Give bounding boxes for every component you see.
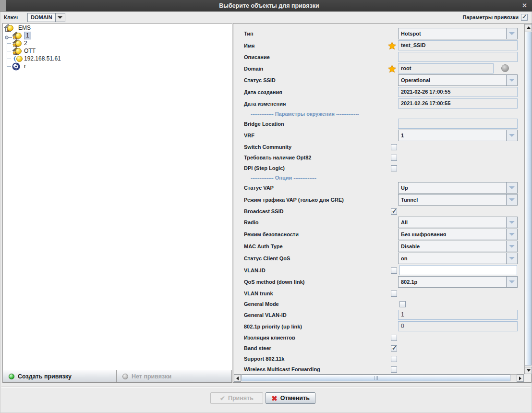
form-row-vap-traffic-mode: Режим трафика VAP (только для GRE)Tunnel xyxy=(234,194,524,206)
dialog-window: Выберите объекты для привязки ✕ Ключ DOM… xyxy=(0,0,532,413)
client-qos-status-dropdown[interactable]: on xyxy=(398,253,518,264)
form-row-band-steer: Band steer✓ xyxy=(234,343,524,353)
require-opt82-checkbox-box[interactable] xyxy=(391,155,397,161)
modified-date-field[interactable]: 2021-02-26 17:00:55 xyxy=(398,98,518,109)
chevron-down-icon[interactable] xyxy=(506,217,517,228)
vap-traffic-mode-dropdown[interactable]: Tunnel xyxy=(398,194,518,206)
wireless-multicast-forwarding-checkbox-box[interactable] xyxy=(391,366,397,373)
scroll-up-icon[interactable] xyxy=(525,24,532,31)
general-mode-checkbox[interactable] xyxy=(399,301,406,307)
require-opt82-checkbox[interactable] xyxy=(391,155,397,161)
dropdown-value: Без шифрования xyxy=(399,229,506,240)
close-icon[interactable]: ✕ xyxy=(522,0,527,12)
bridge-location-field[interactable] xyxy=(398,119,518,129)
band-steer-checkbox-box[interactable]: ✓ xyxy=(391,345,397,352)
tree-item-ems[interactable]: EMS xyxy=(3,24,232,32)
form-row-client-qos-status: Статус Client QoSon xyxy=(234,253,524,265)
switch-community-checkbox-box[interactable] xyxy=(391,144,397,150)
accept-button[interactable]: ✔ Принять xyxy=(210,392,263,404)
form-row-vrf: VRF1 xyxy=(234,130,524,142)
sphere-icon[interactable] xyxy=(501,64,509,72)
qos-method-down-link-dropdown[interactable]: 802.1p xyxy=(398,276,518,288)
form-row-client-isolation: Изоляция клиентов xyxy=(234,332,524,343)
domain-ball-icon xyxy=(16,56,23,62)
horizontal-scrollbar[interactable] xyxy=(234,374,524,381)
wireless-multicast-forwarding-checkbox[interactable] xyxy=(391,366,397,373)
chevron-down-icon[interactable] xyxy=(506,194,517,205)
chevron-down-icon[interactable] xyxy=(506,229,517,240)
client-isolation-checkbox[interactable] xyxy=(391,335,397,341)
gray-dot-icon xyxy=(122,374,128,379)
vlan-id-input[interactable] xyxy=(399,265,517,275)
cancel-button[interactable]: ✖ Отменить xyxy=(266,392,315,404)
create-binding-button[interactable]: Создать привязку xyxy=(3,370,117,382)
scroll-left-icon[interactable] xyxy=(234,375,241,382)
dpi-step-logic-checkbox-box[interactable] xyxy=(391,165,397,171)
tree-item-label[interactable]: r xyxy=(24,62,26,70)
chevron-down-icon[interactable] xyxy=(506,28,517,39)
support-80211k-checkbox-box[interactable] xyxy=(391,356,397,362)
toolbar: Ключ DOMAIN Параметры привязки ✓ xyxy=(0,12,532,23)
broadcast-ssid-checkbox-box[interactable]: ✓ xyxy=(391,208,397,215)
object-tree-panel: EMS12OTT192.168.51.61r Создать привязкуН… xyxy=(2,23,232,383)
scroll-down-icon[interactable] xyxy=(525,367,532,374)
tree-item-ott[interactable]: OTT xyxy=(3,47,232,55)
broadcast-ssid-checkbox[interactable]: ✓ xyxy=(391,208,397,215)
form-row-vap-status: Статус VAPUp xyxy=(234,182,524,194)
domain-ball-icon xyxy=(7,25,13,31)
chevron-down-icon[interactable] xyxy=(506,241,517,252)
chevron-down-icon[interactable] xyxy=(506,277,517,287)
domain-field[interactable]: root xyxy=(398,63,494,73)
binding-params-checkbox[interactable]: ✓ xyxy=(521,14,528,21)
domain-dropdown[interactable]: DOMAIN xyxy=(27,13,65,22)
tree-item-192-168-51-61[interactable]: 192.168.51.61 xyxy=(3,55,232,62)
tree-item-label[interactable]: OTT xyxy=(24,47,36,55)
vlan-id-checkbox[interactable] xyxy=(391,267,397,274)
vertical-scrollbar[interactable] xyxy=(524,24,532,374)
form-row-bridge-location: Bridge Location xyxy=(234,118,524,130)
dropdown-value: 802.1p xyxy=(399,277,506,287)
mac-auth-type-dropdown[interactable]: Disable xyxy=(398,241,518,252)
field-label: Switch Community xyxy=(244,142,291,152)
general-mode-checkbox-box[interactable] xyxy=(399,301,406,307)
tree-item-r[interactable]: r xyxy=(3,62,232,70)
tree-button-bar: Создать привязкуНет привязки xyxy=(3,370,232,382)
tree-item-label[interactable]: 2 xyxy=(24,39,27,47)
radio-dropdown[interactable]: All xyxy=(398,217,518,228)
scroll-right-icon[interactable] xyxy=(517,375,524,382)
vlan-trunk-checkbox[interactable] xyxy=(391,291,397,297)
chevron-down-icon[interactable] xyxy=(506,253,517,264)
tree-item-label[interactable]: 1 xyxy=(24,32,31,39)
section-separator: ------------- Опции ------------- xyxy=(251,173,316,182)
vap-status-dropdown[interactable]: Up xyxy=(398,182,518,194)
chevron-down-icon[interactable] xyxy=(506,182,517,193)
created-date-field[interactable]: 2021-02-26 17:00:55 xyxy=(398,87,518,97)
chevron-down-icon[interactable] xyxy=(55,13,65,22)
tree-item-1[interactable]: 1 xyxy=(3,32,232,39)
client-isolation-checkbox-box[interactable] xyxy=(391,335,397,341)
no-binding-button[interactable]: Нет привязки xyxy=(117,370,232,382)
ssid-status-dropdown[interactable]: Operational xyxy=(398,74,518,86)
general-vlan-id-field[interactable]: 1 xyxy=(398,310,518,320)
tree-item-label[interactable]: 192.168.51.61 xyxy=(24,55,61,62)
name-field[interactable]: test_SSID xyxy=(398,40,518,50)
chevron-down-icon[interactable] xyxy=(506,75,517,85)
horizontal-scroll-thumb[interactable] xyxy=(242,375,510,381)
tree-item-label[interactable]: EMS xyxy=(18,24,31,32)
8021p-priority-up-link-field[interactable]: 0 xyxy=(398,321,518,331)
tree-item-2[interactable]: 2 xyxy=(3,39,232,47)
security-mode-dropdown[interactable]: Без шифрования xyxy=(398,229,518,240)
support-80211k-checkbox[interactable] xyxy=(391,356,397,362)
key-label: Ключ xyxy=(4,12,18,23)
vlan-trunk-checkbox-box[interactable] xyxy=(391,291,397,297)
type-dropdown[interactable]: Hotspot xyxy=(398,28,518,39)
vlan-id-checkbox-box[interactable] xyxy=(391,267,397,274)
vrf-dropdown[interactable]: 1 xyxy=(398,130,518,141)
field-label: Описание xyxy=(244,51,270,63)
switch-community-checkbox[interactable] xyxy=(391,144,397,150)
dpi-step-logic-checkbox[interactable] xyxy=(391,165,397,171)
band-steer-checkbox[interactable]: ✓ xyxy=(391,345,397,352)
description-field[interactable] xyxy=(398,52,518,62)
chevron-down-icon[interactable] xyxy=(506,130,517,141)
vertical-scroll-thumb[interactable] xyxy=(525,32,532,365)
